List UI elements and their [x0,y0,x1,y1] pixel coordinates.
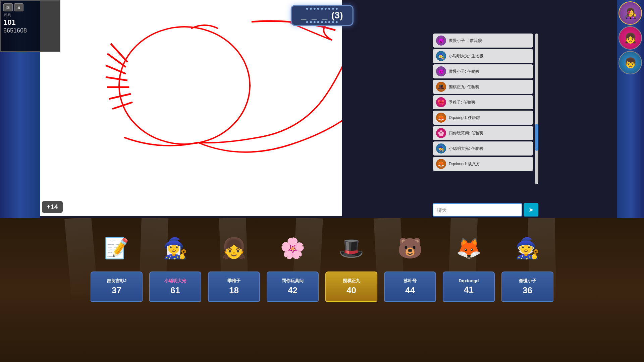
player-avatar: 👧 [216,226,253,270]
chat-input[interactable] [433,203,522,217]
info-box: 国 合 同号 101 6651608 [0,0,60,52]
player-avatar-container: 🦊 [449,225,489,272]
player-avatar: 🌸 [274,226,311,270]
chat-text: 傲慢小子 [449,38,465,44]
chat-text: 季稚子: 任驰骋 [449,100,475,105]
right-avatar-1[interactable]: 👩‍🎤 [619,1,642,25]
chat-message: 🌸 罚你玩莫问: 任驰骋 [433,126,533,140]
player-avatar-container: 🎩 [331,225,372,272]
top-icons: 国 合 [3,3,57,11]
player-podium: 傲慢小子 36 [501,272,553,302]
room-code: 6651608 [3,26,57,35]
dots-top [306,8,338,10]
player-avatar: 🦊 [450,226,487,270]
chat-avatar: 🎩 [436,82,446,92]
player-avatar-container: 🧙 [507,225,548,272]
player-card-aomanxiaozi: 🧙 傲慢小子 36 [500,225,555,302]
player-podium: 小聪明大光 61 [149,272,201,302]
player-card-faniwanmowen: 🌸 罚你玩莫问 42 [265,225,320,302]
icon-nation[interactable]: 国 [3,3,13,11]
right-avatars: 👩‍🎤 👧 👦 [617,0,644,76]
chat-avatar: 😈 [436,66,446,76]
player-name: 小聪明大光 [164,278,186,284]
player-avatar: 🎩 [333,226,370,270]
right-avatar-2[interactable]: 👧 [619,26,642,50]
player-avatar-container: 📝 [97,225,137,272]
player-avatar-container: 🌸 [273,225,313,272]
svg-line-4 [106,77,127,80]
canvas-area[interactable] [40,0,342,216]
player-score: 37 [112,285,121,296]
dot [306,8,308,10]
dot [306,21,308,23]
dot [332,21,334,23]
player-card-xiaocongmingdaguang: 🧙‍♀️ 小聪明大光 61 [148,225,203,302]
player-name: 围棋正九 [343,278,360,284]
chat-message: 🎀 季稚子: 任驰骋 [433,95,533,109]
player-score: 61 [170,285,180,296]
player-name: 苏叶号 [404,278,417,284]
player-avatar-container: 👧 [214,225,254,272]
word-blanks: _ _ _ [301,10,329,21]
dot [321,8,323,10]
player-name: Dqxiongd [459,278,479,283]
player-podium: 季稚子 18 [208,272,260,302]
svg-point-0 [119,27,250,144]
chat-text: 小聪明大光: 任驰骋 [449,146,483,152]
bottom-bar: 📝 吉良吉彰J 37 🧙‍♀️ 小聪明大光 61 👧 季稚子 18 [0,218,644,362]
player-podium-active: 围棋正九 40 [325,272,377,302]
drawing-svg [40,0,342,216]
chat-text: Dqxiongd: 任驰骋 [449,115,480,121]
player-card-dqxiongd: 🦊 Dqxiongd 41 [441,225,496,302]
chat-area: 😈 傲慢小子 : 散流霞 🧙 小聪明大光: 生太极 😈 傲慢小子: 任驰骋 🎩 … [433,34,533,184]
player-name: 傲慢小子 [519,278,536,284]
player-avatar-container: 🧙‍♀️ [155,225,196,272]
word-timer: (3) [331,10,343,21]
svg-line-1 [111,44,127,62]
chat-message: 😈 傲慢小子: 任驰骋 [433,64,533,78]
player-card-jizizi: 👧 季稚子 18 [206,225,262,302]
player-card-weiqizhengjiu: 🎩 围棋正九 40 [324,225,379,302]
chat-message: 🎩 围棋正九: 任驰骋 [433,80,533,94]
player-score: 42 [288,285,298,296]
chat-send-button[interactable]: ➤ [524,203,538,217]
icon-combine[interactable]: 合 [14,3,23,11]
player-podium: 苏叶号 44 [384,272,436,302]
room-label: 同号 [3,13,57,18]
player-name: 吉良吉彰J [107,278,126,284]
dot [336,8,338,10]
chat-message: 🧙 小聪明大光: 生太极 [433,49,533,63]
right-avatar-3[interactable]: 👦 [619,51,642,74]
word-display: _ _ _ (3) [291,5,354,26]
chat-scrollbar-thumb[interactable] [535,124,538,151]
player-name: 罚你玩莫问 [282,278,304,284]
chat-avatar: 🧙 [436,51,446,61]
dot [314,21,316,23]
chat-content: : 散流霞 [468,38,482,44]
dot [314,8,316,10]
svg-line-2 [107,54,126,67]
chat-message: 🧙 小聪明大光: 任驰骋 [433,141,533,156]
dot [328,21,330,23]
score-badge: +14 [42,201,63,213]
dot [325,21,327,23]
dot [336,21,338,23]
dot [317,21,319,23]
player-avatar: 🧙 [509,226,546,270]
chat-text: 小聪明大光: 生太极 [449,53,483,59]
dot [321,21,323,23]
chat-avatar: 🎀 [436,97,446,107]
player-avatar: 🧙‍♀️ [157,226,194,270]
room-id: 101 [3,18,57,26]
player-avatar: 🐻 [392,226,429,270]
player-score: 18 [229,285,239,296]
chat-scrollbar[interactable] [535,34,538,184]
chat-avatar: 🦊 [436,113,446,123]
dot [328,8,330,10]
chat-input-area: ➤ [433,202,538,218]
player-podium: 吉良吉彰J 37 [91,272,143,302]
player-name: 季稚子 [227,278,240,284]
player-podium: Dqxiongd 41 [443,272,495,302]
chat-text: 罚你玩莫问: 任驰骋 [449,130,483,136]
dot [317,8,319,10]
